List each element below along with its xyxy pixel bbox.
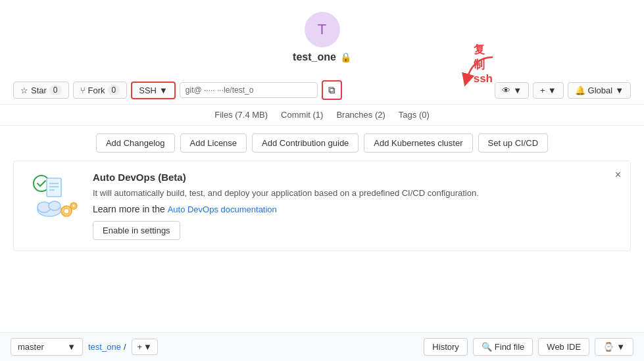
svg-point-7 xyxy=(49,201,61,210)
lock-icon: 🔒 xyxy=(340,52,351,62)
watch-button[interactable]: 👁 ▼ xyxy=(495,82,529,99)
global-label: Global xyxy=(588,85,613,95)
global-dropdown-icon: ▼ xyxy=(615,85,624,95)
fork-button[interactable]: ⑂ Fork 0 xyxy=(73,82,128,99)
svg-point-11 xyxy=(72,205,76,208)
watch-icon: 👁 xyxy=(502,85,510,95)
repo-url-display: git@ ····· ···le/test_o xyxy=(180,82,318,98)
toolbar-right: 👁 ▼ + ▼ 🔔 Global ▼ xyxy=(495,82,631,99)
devops-banner: Auto DevOps (Beta) It will automatically… xyxy=(13,160,631,251)
star-label: Star xyxy=(31,85,47,95)
close-banner-button[interactable]: × xyxy=(615,169,621,181)
branch-name: master xyxy=(18,342,44,352)
ssh-chevron-icon: ▼ xyxy=(159,85,168,95)
find-file-label: Find file xyxy=(495,342,525,352)
devops-content: Auto DevOps (Beta) It will automatically… xyxy=(93,172,614,240)
search-icon: 🔍 xyxy=(482,342,492,352)
branch-chevron-icon: ▼ xyxy=(67,342,76,352)
copy-icon: ⧉ xyxy=(328,84,335,96)
devops-description: It will automatically build, test, and d… xyxy=(93,187,614,200)
add-file-dropdown-icon: ▼ xyxy=(143,342,152,352)
add-kubernetes-cluster-button[interactable]: Add Kubernetes cluster xyxy=(364,133,472,153)
svg-point-9 xyxy=(64,208,69,214)
breadcrumb-add-button[interactable]: + ▼ xyxy=(132,339,158,355)
commit-stat[interactable]: Commit (1) xyxy=(281,110,323,120)
branch-selector[interactable]: master ▼ xyxy=(11,338,83,356)
fork-count: 0 xyxy=(108,85,120,95)
clone-dropdown-icon: ▼ xyxy=(616,342,625,352)
files-stat[interactable]: Files (7.4 MB) xyxy=(214,110,268,120)
notifications-button[interactable]: 🔔 Global ▼ xyxy=(568,82,631,99)
history-label: History xyxy=(432,342,458,352)
add-button[interactable]: + ▼ xyxy=(533,82,563,99)
web-ide-button[interactable]: Web IDE xyxy=(538,338,589,356)
clone-button[interactable]: ⌚ ▼ xyxy=(595,338,633,356)
toolbar: ☆ Star 0 ⑂ Fork 0 SSH ▼ git@ ····· ···le… xyxy=(0,76,644,105)
devops-title: Auto DevOps (Beta) xyxy=(93,172,614,183)
repo-name: test_one xyxy=(293,51,336,63)
fork-label: Fork xyxy=(88,85,105,95)
breadcrumb-separator: / xyxy=(124,342,126,352)
action-buttons-row: Add Changelog Add License Add Contributi… xyxy=(0,126,644,160)
bell-icon: 🔔 xyxy=(575,85,585,95)
find-file-button[interactable]: 🔍 Find file xyxy=(473,338,533,356)
devops-docs-link[interactable]: Auto DevOps documentation xyxy=(168,205,277,214)
fork-icon: ⑂ xyxy=(80,85,86,95)
add-label: + xyxy=(540,85,545,95)
ssh-label: SSH xyxy=(139,85,157,95)
tags-stat[interactable]: Tags (0) xyxy=(399,110,430,120)
add-dropdown-icon: ▼ xyxy=(548,85,557,95)
add-changelog-button[interactable]: Add Changelog xyxy=(96,133,175,153)
avatar: T xyxy=(305,12,340,47)
devops-icon-svg xyxy=(30,172,82,224)
enable-settings-button[interactable]: Enable in settings xyxy=(93,221,180,240)
star-button[interactable]: ☆ Star 0 xyxy=(13,82,69,99)
bottom-bar: master ▼ test_one / + ▼ History 🔍 Find f… xyxy=(0,332,644,361)
add-license-button[interactable]: Add License xyxy=(180,133,247,153)
breadcrumb: test_one / xyxy=(88,342,126,352)
breadcrumb-repo-link[interactable]: test_one xyxy=(88,342,121,352)
toolbar-left: ☆ Star 0 ⑂ Fork 0 SSH ▼ git@ ····· ···le… xyxy=(13,80,342,100)
add-contribution-guide-button[interactable]: Add Contribution guide xyxy=(252,133,359,153)
history-button[interactable]: History xyxy=(424,338,467,356)
stats-bar: Files (7.4 MB) Commit (1) Branches (2) T… xyxy=(0,105,644,126)
repo-title: test_one 🔒 xyxy=(293,51,351,63)
branches-stat[interactable]: Branches (2) xyxy=(336,110,385,120)
ssh-dropdown-button[interactable]: SSH ▼ xyxy=(131,82,176,99)
add-file-icon: + xyxy=(137,342,143,352)
copy-url-button[interactable]: ⧉ xyxy=(322,80,342,100)
star-count: 0 xyxy=(49,85,62,95)
web-ide-label: Web IDE xyxy=(547,342,581,352)
devops-illustration xyxy=(30,172,82,224)
watch-dropdown-icon: ▼ xyxy=(513,85,522,95)
devops-learn-more: Learn more in the Auto DevOps documentat… xyxy=(93,204,614,214)
setup-cicd-button[interactable]: Set up CI/CD xyxy=(478,133,549,153)
devops-learn-prefix: Learn more in the xyxy=(93,204,168,214)
top-header: T test_one 🔒 xyxy=(0,0,644,76)
star-icon: ☆ xyxy=(20,85,28,95)
bottom-right-actions: History 🔍 Find file Web IDE ⌚ ▼ xyxy=(424,338,633,356)
clone-icon: ⌚ xyxy=(603,342,614,352)
svg-rect-1 xyxy=(47,178,61,197)
